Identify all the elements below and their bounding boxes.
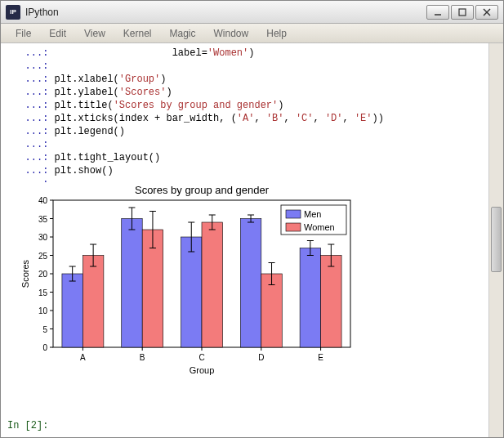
code-line: ...: plt.xlabel('Group') — [7, 73, 482, 86]
menubar: File Edit View Kernel Magic Window Help — [1, 24, 503, 43]
svg-text:E: E — [318, 353, 323, 362]
close-button[interactable] — [475, 5, 498, 20]
code-line: ...: — [7, 60, 482, 73]
svg-text:Scores: Scores — [20, 259, 30, 288]
svg-rect-56 — [83, 256, 103, 348]
svg-rect-36 — [62, 274, 83, 347]
menu-help[interactable]: Help — [258, 26, 295, 41]
minimize-button[interactable] — [426, 5, 449, 20]
app-icon: IP — [6, 5, 20, 20]
menu-file[interactable]: File — [7, 26, 39, 41]
svg-text:25: 25 — [38, 252, 48, 261]
code-line: ...: plt.tight_layout() — [7, 151, 482, 164]
svg-text:5: 5 — [42, 325, 47, 334]
svg-text:10: 10 — [38, 306, 48, 315]
svg-text:15: 15 — [38, 288, 48, 297]
menu-window[interactable]: Window — [206, 26, 257, 41]
svg-rect-72 — [321, 256, 341, 348]
input-prompt[interactable]: In [2]: — [7, 419, 48, 432]
svg-rect-77 — [286, 210, 301, 218]
app-window: IP IPython File Edit View Kernel Magic W… — [0, 0, 504, 438]
code-line: ...: plt.ylabel('Scores') — [7, 86, 482, 99]
chart: Scores by group and gender05101520253035… — [17, 182, 360, 378]
svg-text:Men: Men — [304, 209, 321, 219]
chart-svg: Scores by group and gender05101520253035… — [17, 182, 360, 378]
code-line: ...: plt.legend() — [7, 125, 482, 138]
scrollbar-thumb[interactable] — [491, 207, 502, 272]
code-line: ...: plt.title('Scores by group and gend… — [7, 99, 482, 112]
svg-text:20: 20 — [38, 270, 48, 279]
code-line: ...: plt.xticks(index + bar_width, ('A',… — [7, 112, 482, 125]
content-area: ...: label='Women') ...: ...: plt.xlabel… — [1, 43, 503, 437]
menu-view[interactable]: View — [76, 26, 114, 41]
svg-text:Scores by group and gender: Scores by group and gender — [135, 184, 270, 196]
svg-text:A: A — [80, 353, 86, 362]
svg-rect-48 — [240, 219, 261, 348]
menu-magic[interactable]: Magic — [162, 26, 204, 41]
code-line: ...: — [7, 138, 482, 151]
code-area[interactable]: ...: label='Women') ...: ...: plt.xlabel… — [1, 43, 488, 437]
svg-rect-40 — [122, 219, 142, 348]
svg-text:C: C — [198, 353, 204, 362]
svg-text:D: D — [258, 353, 264, 362]
svg-rect-79 — [286, 223, 301, 231]
svg-text:Group: Group — [190, 365, 215, 375]
svg-rect-1 — [459, 9, 466, 16]
menu-kernel[interactable]: Kernel — [115, 26, 160, 41]
svg-rect-44 — [181, 237, 202, 347]
scrollbar[interactable] — [488, 43, 503, 437]
svg-rect-64 — [202, 222, 222, 347]
menu-edit[interactable]: Edit — [41, 26, 74, 41]
code-line: ...: label='Women') — [7, 47, 482, 60]
svg-text:40: 40 — [38, 196, 48, 205]
code-line: ...: plt.show() — [7, 164, 482, 177]
svg-text:35: 35 — [38, 215, 48, 224]
maximize-button[interactable] — [451, 5, 474, 20]
svg-text:30: 30 — [38, 233, 48, 242]
svg-rect-52 — [300, 248, 320, 348]
window-title: IPython — [25, 7, 426, 18]
titlebar: IP IPython — [1, 1, 503, 24]
svg-text:Women: Women — [304, 222, 335, 232]
svg-text:0: 0 — [42, 343, 47, 352]
svg-text:B: B — [140, 353, 145, 362]
window-controls — [426, 5, 498, 20]
